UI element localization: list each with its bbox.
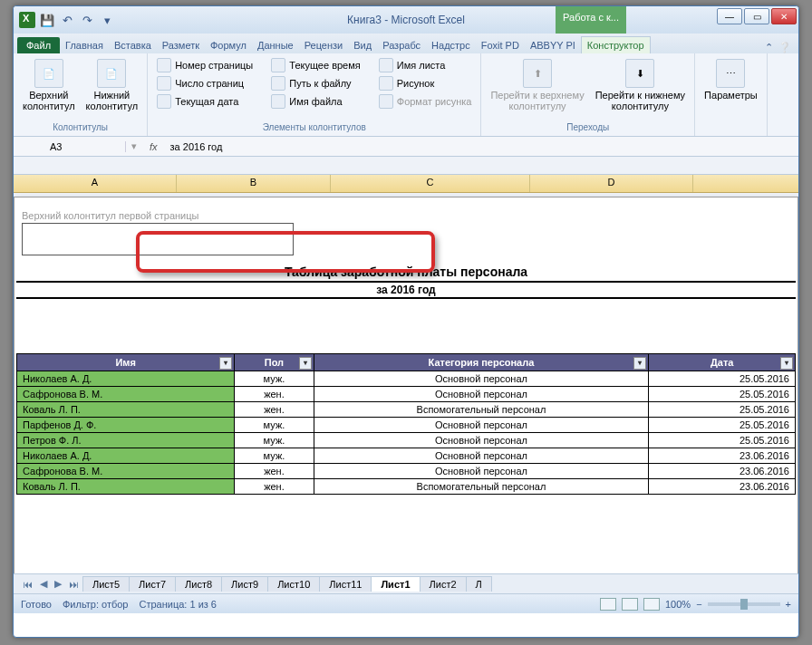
name-box[interactable]: A3 bbox=[44, 141, 126, 152]
view-layout-button[interactable] bbox=[622, 598, 638, 611]
maximize-button[interactable]: ▭ bbox=[744, 8, 769, 24]
sheet-tab[interactable]: Л bbox=[466, 576, 492, 592]
table-cell[interactable]: Основной персонал bbox=[314, 433, 649, 448]
table-cell[interactable]: муж. bbox=[235, 433, 314, 448]
table-cell[interactable]: Коваль Л. П. bbox=[17, 402, 235, 418]
tab-file[interactable]: Файл bbox=[17, 37, 60, 53]
table-cell[interactable]: 23.06.2016 bbox=[649, 479, 796, 495]
formula-input[interactable]: за 2016 год bbox=[165, 141, 228, 152]
zoom-out-button[interactable]: − bbox=[696, 599, 701, 610]
page-number-button[interactable]: Номер страницы bbox=[153, 57, 256, 73]
table-cell[interactable]: Основной персонал bbox=[314, 418, 649, 433]
sheet-name-button[interactable]: Имя листа bbox=[375, 57, 476, 73]
table-cell[interactable]: 23.06.2016 bbox=[649, 464, 796, 479]
sheet-tab[interactable]: Лист10 bbox=[267, 576, 320, 592]
minimize-ribbon-icon[interactable]: ⌃ bbox=[765, 42, 773, 53]
filter-icon[interactable]: ▾ bbox=[633, 357, 646, 370]
sheet-tab[interactable]: Лист5 bbox=[82, 576, 130, 592]
table-column-header[interactable]: Дата▾ bbox=[649, 354, 796, 371]
column-header[interactable]: B bbox=[177, 175, 331, 192]
file-path-button[interactable]: Путь к файлу bbox=[267, 75, 363, 91]
sheet-tab[interactable]: Лист9 bbox=[221, 576, 268, 592]
header-button[interactable]: 📄 Верхний колонтитул bbox=[19, 57, 79, 113]
column-header[interactable]: C bbox=[331, 175, 530, 192]
tab-foxit[interactable]: Foxit PD bbox=[476, 37, 525, 53]
sheet-tab[interactable]: Лист2 bbox=[420, 576, 467, 592]
column-header[interactable]: A bbox=[14, 175, 177, 192]
tab-nav-prev-icon[interactable]: ◀ bbox=[36, 578, 51, 590]
table-cell[interactable]: 25.05.2016 bbox=[649, 418, 796, 433]
table-cell[interactable]: муж. bbox=[235, 448, 314, 464]
tab-home[interactable]: Главная bbox=[60, 37, 109, 53]
tab-nav-last-icon[interactable]: ⏭ bbox=[65, 579, 82, 590]
tab-developer[interactable]: Разрабс bbox=[377, 37, 426, 53]
table-cell[interactable]: Сафронова В. М. bbox=[17, 464, 235, 479]
table-cell[interactable]: Николаев А. Д. bbox=[17, 371, 235, 387]
view-normal-button[interactable] bbox=[600, 598, 616, 611]
table-cell[interactable]: жен. bbox=[235, 387, 314, 402]
table-cell[interactable]: Основной персонал bbox=[314, 387, 649, 402]
table-cell[interactable]: Основной персонал bbox=[314, 371, 649, 387]
close-button[interactable]: ✕ bbox=[771, 8, 797, 24]
column-header[interactable]: D bbox=[530, 175, 693, 192]
zoom-in-button[interactable]: + bbox=[786, 599, 791, 610]
current-date-button[interactable]: Текущая дата bbox=[153, 93, 256, 110]
sheet-tab[interactable]: Лист7 bbox=[129, 576, 176, 592]
tab-insert[interactable]: Вставка bbox=[109, 37, 157, 53]
view-break-button[interactable] bbox=[643, 598, 660, 611]
table-cell[interactable]: Основной персонал bbox=[314, 448, 649, 464]
table-cell[interactable]: 25.05.2016 bbox=[649, 433, 796, 448]
table-cell[interactable]: 25.05.2016 bbox=[649, 402, 796, 418]
table-cell[interactable]: 23.06.2016 bbox=[649, 448, 796, 464]
tab-nav-next-icon[interactable]: ▶ bbox=[51, 578, 65, 590]
sheet-tab[interactable]: Лист8 bbox=[175, 576, 222, 592]
file-name-button[interactable]: Имя файла bbox=[267, 93, 363, 110]
tab-nav-first-icon[interactable]: ⏮ bbox=[19, 579, 36, 590]
filter-icon[interactable]: ▾ bbox=[299, 357, 312, 370]
page-count-button[interactable]: Число страниц bbox=[153, 75, 256, 91]
qat-dropdown-icon[interactable]: ▾ bbox=[99, 12, 115, 28]
table-cell[interactable]: Вспомогательный персонал bbox=[314, 479, 649, 495]
table-column-header[interactable]: Категория персонала▾ bbox=[314, 354, 649, 371]
options-button[interactable]: ⋯ Параметры bbox=[701, 57, 761, 102]
tab-data[interactable]: Данные bbox=[252, 37, 299, 53]
tab-abbyy[interactable]: ABBYY PI bbox=[525, 37, 581, 53]
table-cell[interactable]: жен. bbox=[235, 464, 314, 479]
table-cell[interactable]: Петров Ф. Л. bbox=[17, 433, 235, 448]
fx-icon[interactable]: fx bbox=[142, 141, 165, 152]
table-cell[interactable]: Николаев А. Д. bbox=[17, 448, 235, 464]
tab-layout[interactable]: Разметк bbox=[157, 37, 205, 53]
footer-button[interactable]: 📄 Нижний колонтитул bbox=[82, 57, 142, 113]
tab-design[interactable]: Конструктор bbox=[581, 36, 651, 53]
table-cell[interactable]: 25.05.2016 bbox=[649, 371, 796, 387]
filter-icon[interactable]: ▾ bbox=[780, 357, 793, 370]
goto-footer-button[interactable]: ⬇ Перейти к нижнему колонтитулу bbox=[592, 57, 689, 113]
table-cell[interactable]: жен. bbox=[235, 402, 314, 418]
sheet-tab[interactable]: Лист11 bbox=[319, 576, 372, 592]
table-column-header[interactable]: Пол▾ bbox=[235, 354, 314, 371]
table-cell[interactable]: Коваль Л. П. bbox=[17, 479, 235, 495]
minimize-button[interactable]: — bbox=[717, 8, 742, 24]
picture-button[interactable]: Рисунок bbox=[375, 75, 476, 91]
redo-icon[interactable]: ↷ bbox=[79, 12, 95, 28]
save-icon[interactable]: 💾 bbox=[39, 12, 55, 28]
tab-review[interactable]: Рецензи bbox=[299, 37, 349, 53]
tab-addins[interactable]: Надстрс bbox=[426, 37, 476, 53]
help-icon[interactable]: ❔ bbox=[778, 42, 791, 53]
table-cell[interactable]: муж. bbox=[235, 418, 314, 433]
zoom-slider[interactable] bbox=[708, 602, 780, 606]
table-cell[interactable]: Парфенов Д. Ф. bbox=[17, 418, 235, 433]
undo-icon[interactable]: ↶ bbox=[59, 12, 75, 28]
tab-view[interactable]: Вид bbox=[348, 37, 377, 53]
sheet-tab[interactable]: Лист1 bbox=[371, 576, 420, 592]
tab-formulas[interactable]: Формул bbox=[205, 37, 252, 53]
current-time-button[interactable]: Текущее время bbox=[267, 57, 363, 73]
table-column-header[interactable]: Имя▾ bbox=[17, 354, 235, 371]
table-cell[interactable]: жен. bbox=[235, 479, 314, 495]
table-cell[interactable]: муж. bbox=[235, 371, 314, 387]
table-cell[interactable]: Вспомогательный персонал bbox=[314, 402, 649, 418]
header-left-input[interactable] bbox=[22, 223, 294, 255]
table-cell[interactable]: Основной персонал bbox=[314, 464, 649, 479]
table-cell[interactable]: 25.05.2016 bbox=[649, 387, 796, 402]
filter-icon[interactable]: ▾ bbox=[219, 357, 232, 370]
